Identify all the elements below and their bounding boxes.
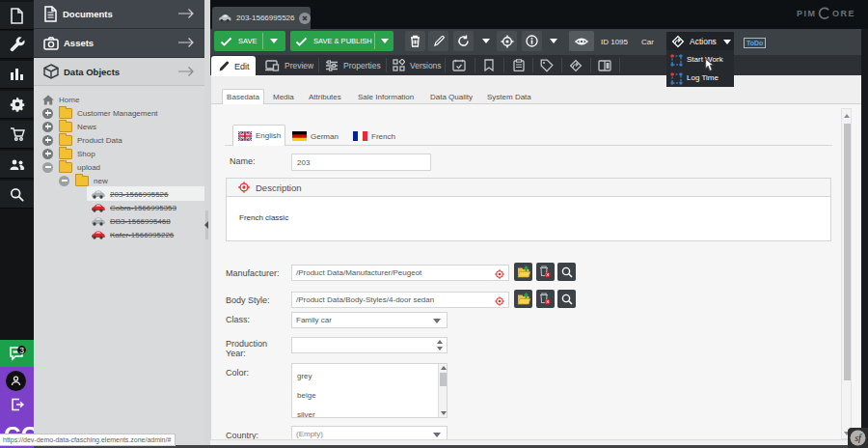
- svg-text:3: 3: [19, 346, 24, 355]
- svg-text:PIM: PIM: [797, 9, 817, 18]
- svg-text:ORE: ORE: [832, 9, 855, 18]
